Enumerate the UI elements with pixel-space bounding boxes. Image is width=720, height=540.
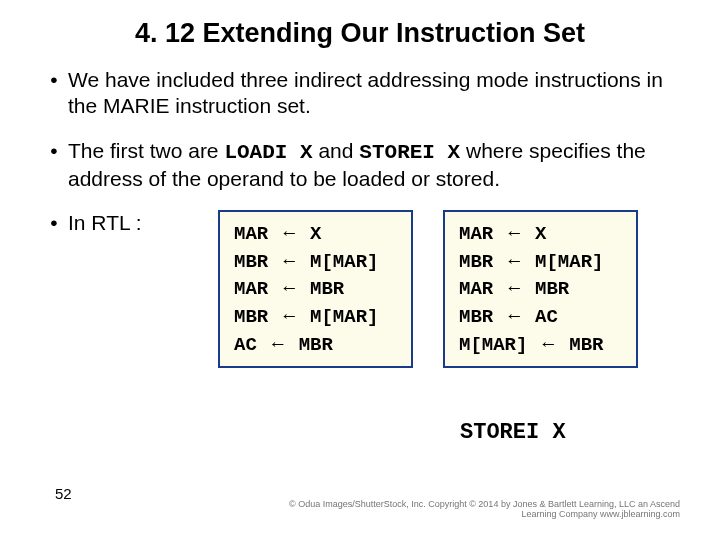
arrow-left-icon: ← [505,222,524,243]
rtl-line: M[MAR] ← MBR [459,331,622,359]
rtl-box-left: MAR ← X MBR ← M[MAR] MAR ← MBR MBR ← M[M… [218,210,413,368]
rtl-src: M[MAR] [535,251,603,273]
rtl-src: M[MAR] [310,251,378,273]
code-fragment: LOADI X [224,141,312,164]
rtl-dest: MBR [234,306,268,328]
rtl-line: MBR ← M[MAR] [459,248,622,276]
bullet-dot: • [40,138,68,193]
rtl-dest: M[MAR] [459,334,527,356]
storei-caption: STOREI X [460,420,566,445]
rtl-line: MBR ← AC [459,303,622,331]
arrow-left-icon: ← [280,250,299,271]
arrow-left-icon: ← [280,222,299,243]
text-fragment: The first two are [68,139,224,162]
rtl-line: MAR ← X [234,220,397,248]
slide-title: 4. 12 Extending Our Instruction Set [40,18,680,49]
rtl-line: MAR ← X [459,220,622,248]
text-fragment: and [313,139,360,162]
copyright-text: © Odua Images/ShutterStock, Inc. Copyrig… [270,500,680,520]
bullet-dot: • [40,67,68,120]
arrow-left-icon: ← [280,277,299,298]
bullet-item: • The first two are LOADI X and STOREI X… [40,138,680,193]
rtl-src: X [310,223,321,245]
code-fragment: STOREI X [359,141,460,164]
bullet-text: In RTL : [68,210,218,236]
arrow-left-icon: ← [539,333,558,354]
rtl-src: MBR [299,334,333,356]
rtl-dest: MBR [459,306,493,328]
rtl-src: MBR [310,278,344,300]
bullet-list: • We have included three indirect addres… [40,67,680,368]
page-number: 52 [55,485,72,502]
bullet-text: We have included three indirect addressi… [68,67,680,120]
rtl-dest: MAR [234,223,268,245]
rtl-dest: MBR [234,251,268,273]
arrow-left-icon: ← [505,250,524,271]
rtl-line: MAR ← MBR [234,275,397,303]
arrow-left-icon: ← [268,333,287,354]
rtl-src: MBR [535,278,569,300]
arrow-left-icon: ← [280,305,299,326]
bullet-dot: • [40,210,68,236]
rtl-line: MAR ← MBR [459,275,622,303]
arrow-left-icon: ← [505,277,524,298]
rtl-box-right: MAR ← X MBR ← M[MAR] MAR ← MBR MBR ← AC … [443,210,638,368]
rtl-dest: MAR [459,223,493,245]
rtl-dest: MAR [234,278,268,300]
rtl-src: X [535,223,546,245]
rtl-dest: MBR [459,251,493,273]
arrow-left-icon: ← [505,305,524,326]
rtl-dest: AC [234,334,257,356]
rtl-dest: MAR [459,278,493,300]
rtl-src: MBR [569,334,603,356]
rtl-line: MBR ← M[MAR] [234,303,397,331]
rtl-line: AC ← MBR [234,331,397,359]
rtl-boxes: MAR ← X MBR ← M[MAR] MAR ← MBR MBR ← M[M… [218,210,638,368]
bullet-item: • We have included three indirect addres… [40,67,680,120]
rtl-src: AC [535,306,558,328]
slide: 4. 12 Extending Our Instruction Set • We… [0,0,720,540]
bullet-item: • In RTL : MAR ← X MBR ← M[MAR] MAR ← MB… [40,210,680,368]
rtl-src: M[MAR] [310,306,378,328]
bullet-text: The first two are LOADI X and STOREI X w… [68,138,680,193]
rtl-line: MBR ← M[MAR] [234,248,397,276]
